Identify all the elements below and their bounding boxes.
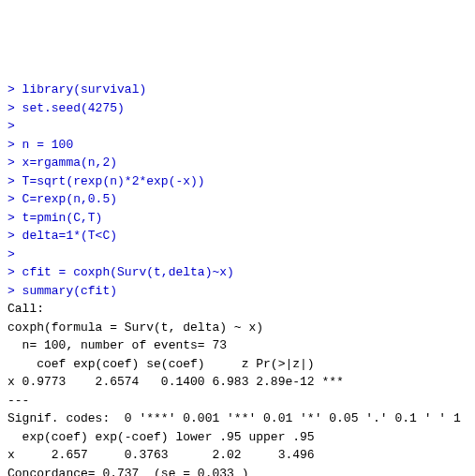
output-text: x 0.9773 2.6574 0.1400 6.983 2.89e-12 **… (7, 375, 344, 389)
output-text: Signif. codes: 0 '***' 0.001 '**' 0.01 '… (7, 411, 461, 425)
console-input-line: > (7, 117, 468, 136)
prompt: > (7, 265, 22, 279)
input-text: T=sqrt(rexp(n)*2*exp(-x)) (22, 174, 205, 188)
console-input-line: > set.seed(4275) (7, 99, 468, 118)
output-text: coxph(formula = Surv(t, delta) ~ x) (7, 320, 263, 335)
console-output-line: n= 100, number of events= 73 (7, 336, 468, 355)
console-output-line: exp(coef) exp(-coef) lower .95 upper .95 (7, 428, 468, 447)
console-output-line: Call: (7, 300, 468, 319)
input-text: summary(cfit) (22, 284, 117, 298)
console-output-line: coxph(formula = Surv(t, delta) ~ x) (7, 319, 468, 337)
output-text: Concordance= 0.737 (se = 0.033 ) (7, 467, 248, 477)
console-input-line: > T=sqrt(rexp(n)*2*exp(-x)) (7, 172, 468, 191)
prompt: > (7, 82, 22, 97)
input-text: x=rgamma(n,2) (22, 156, 117, 170)
prompt: > (7, 284, 22, 298)
output-text: coef exp(coef) se(coef) z Pr(>|z|) (7, 357, 315, 371)
prompt: > (7, 119, 22, 133)
console-output-line: coef exp(coef) se(coef) z Pr(>|z|) (7, 355, 468, 374)
r-console[interactable]: > library(survival)> set.seed(4275)> > n… (7, 81, 468, 476)
prompt: > (7, 156, 22, 170)
console-input-line: > x=rgamma(n,2) (7, 154, 468, 172)
prompt: > (7, 211, 22, 225)
console-input-line: > summary(cfit) (7, 282, 468, 301)
console-output-line: x 2.657 0.3763 2.02 3.496 (7, 446, 468, 465)
console-input-line: > t=pmin(C,T) (7, 209, 468, 228)
input-text: t=pmin(C,T) (22, 211, 103, 225)
console-input-line: > n = 100 (7, 136, 468, 155)
prompt: > (7, 247, 22, 261)
output-text: --- (7, 394, 29, 408)
input-text: n = 100 (22, 138, 74, 152)
console-input-line: > delta=1*(T<C) (7, 227, 468, 245)
input-text: C=rexp(n,0.5) (22, 192, 117, 206)
console-input-line: > cfit = coxph(Surv(t,delta)~x) (7, 263, 468, 282)
input-text: set.seed(4275) (22, 101, 125, 115)
console-input-line: > C=rexp(n,0.5) (7, 190, 468, 209)
console-output-line: --- (7, 392, 468, 410)
prompt: > (7, 101, 22, 115)
output-text: Call: (7, 302, 44, 316)
input-text: library(survival) (22, 82, 147, 97)
console-output-line: x 0.9773 2.6574 0.1400 6.983 2.89e-12 **… (7, 373, 468, 392)
prompt: > (7, 138, 22, 152)
console-output-line: Concordance= 0.737 (se = 0.033 ) (7, 465, 468, 477)
output-text: x 2.657 0.3763 2.02 3.496 (7, 448, 315, 462)
input-text: cfit = coxph(Surv(t,delta)~x) (22, 265, 234, 279)
output-text: exp(coef) exp(-coef) lower .95 upper .95 (7, 430, 315, 444)
prompt: > (7, 229, 22, 243)
console-input-line: > (7, 245, 468, 264)
input-text: delta=1*(T<C) (22, 229, 117, 243)
console-input-line: > library(survival) (7, 81, 468, 99)
prompt: > (7, 192, 22, 206)
prompt: > (7, 174, 22, 188)
output-text: n= 100, number of events= 73 (7, 338, 227, 352)
console-output-line: Signif. codes: 0 '***' 0.001 '**' 0.01 '… (7, 409, 468, 428)
